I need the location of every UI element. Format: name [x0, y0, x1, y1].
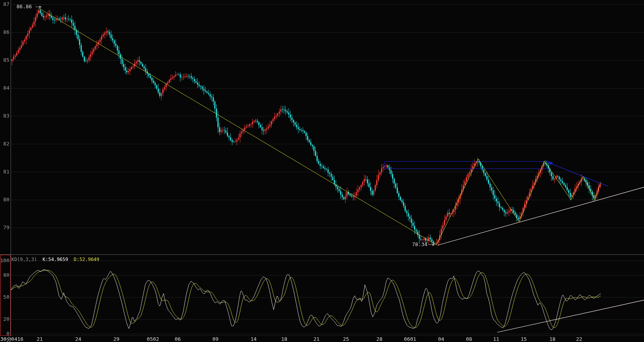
price-axis-label: 82	[0, 141, 9, 147]
date-axis-label: 15	[515, 336, 532, 342]
date-axis-label: 04	[432, 336, 450, 342]
kd-indicator-name: KD(9,3,3)	[11, 257, 37, 262]
kd-axis-label: 20	[0, 316, 9, 322]
date-axis-label: 18	[276, 336, 293, 342]
date-axis-label: 11	[488, 336, 505, 342]
date-axis-label: 25	[337, 336, 355, 342]
chart-canvas[interactable]	[0, 0, 644, 342]
kd-axis-label: 80	[0, 272, 9, 278]
date-axis-label: 0601	[401, 336, 419, 342]
date-axis-label: 0416	[9, 336, 26, 342]
kd-indicator-header: KD(9,3,3) K:54.9659 D:52.9649	[11, 257, 99, 262]
price-axis-label: 81	[0, 169, 9, 175]
kd-axis-label: 100	[0, 258, 9, 263]
date-axis-label: 18	[544, 336, 561, 342]
price-axis-label: 85	[0, 57, 9, 63]
high-price-label: 86.86	[17, 4, 32, 9]
kd-d-value: D:52.9649	[74, 257, 99, 262]
price-axis-label: 86	[0, 29, 9, 35]
price-axis-label: 80	[0, 197, 9, 202]
date-axis-label: 21	[308, 336, 325, 342]
date-axis-label: 28	[371, 336, 388, 342]
price-axis-label: 87	[0, 2, 9, 7]
trading-chart-app: 86.86 78.34 KD(9,3,3) K:54.9659 D:52.964…	[0, 0, 644, 342]
price-axis-label: 83	[0, 113, 9, 119]
date-axis-label: 0502	[144, 336, 162, 342]
date-axis-label: 29	[108, 336, 125, 342]
date-axis-label: 22	[570, 336, 588, 342]
price-axis-label: 84	[0, 85, 9, 91]
low-price-label: 78.34	[412, 242, 427, 247]
date-axis-label: 24	[70, 336, 87, 342]
kd-axis-label: 50	[0, 294, 9, 300]
date-axis-label: 21	[31, 336, 48, 342]
date-axis-label: 09	[207, 336, 224, 342]
price-axis-label: 79	[0, 225, 9, 230]
kd-axis-label: 0	[0, 331, 9, 336]
kd-k-value: K:54.9659	[42, 257, 68, 262]
date-axis-label: 08	[460, 336, 478, 342]
date-axis-label: 14	[245, 336, 262, 342]
date-axis-label: 06	[169, 336, 186, 342]
